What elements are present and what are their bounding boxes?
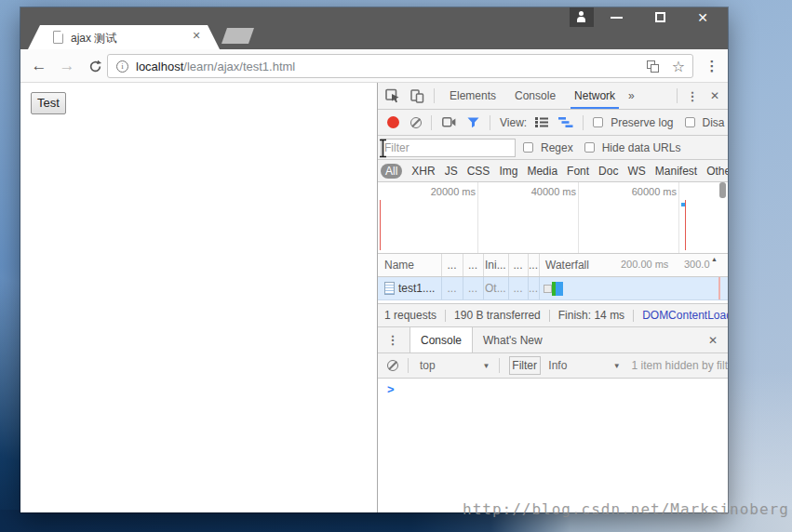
hide-data-urls-label: Hide data URLs — [602, 141, 681, 154]
window-close-button[interactable]: ✕ — [689, 7, 717, 27]
tab-close-button[interactable]: ✕ — [189, 30, 204, 42]
devtools-tabbar: Elements Console Network » ⋮ ✕ — [378, 83, 728, 110]
tab-strip: ajax 测试 ✕ — [20, 25, 728, 49]
page-info-icon[interactable]: i — [116, 60, 128, 73]
summary-finish: Finish: 14 ms — [558, 309, 624, 322]
type-filter-img[interactable]: Img — [499, 165, 517, 178]
hide-data-urls-checkbox[interactable] — [584, 142, 595, 153]
load-event-marker — [718, 277, 720, 299]
devtools-close-icon[interactable]: ✕ — [707, 89, 722, 102]
console-prompt-icon: > — [387, 382, 395, 396]
timeline-label: 20000 ms — [397, 186, 476, 197]
waterfall-view-icon[interactable] — [558, 115, 573, 130]
resource-type-filters: All XHR JS CSS Img Media Font Doc WS Man… — [378, 160, 728, 182]
disable-cache-checkbox[interactable] — [685, 117, 695, 127]
bookmark-star-icon[interactable]: ☆ — [672, 58, 685, 75]
waterfall-queueing-bar — [544, 285, 552, 293]
gridline — [678, 182, 679, 253]
network-summary-bar: 1 requests 190 B transferred Finish: 14 … — [378, 303, 728, 327]
inspect-element-icon[interactable] — [385, 88, 400, 103]
minimize-button[interactable] — [602, 7, 630, 27]
page-favicon-icon — [53, 31, 63, 44]
console-filter-input[interactable] — [509, 356, 541, 375]
record-button[interactable] — [387, 116, 399, 128]
request-name[interactable]: test1.... — [398, 282, 435, 295]
divider — [434, 88, 435, 103]
type-filter-font[interactable]: Font — [567, 165, 589, 178]
more-tabs-icon[interactable]: » — [624, 83, 638, 109]
request-row-selected[interactable]: test1.... ... ... Ot... ... ... — [378, 277, 728, 300]
network-filter-input[interactable] — [381, 139, 516, 157]
capture-screenshots-icon[interactable] — [441, 115, 456, 130]
gridline — [477, 182, 478, 253]
test-button[interactable]: Test — [31, 92, 66, 114]
context-select[interactable]: top ▼ — [420, 359, 490, 372]
translate-icon[interactable] — [647, 60, 659, 73]
divider — [431, 115, 432, 130]
type-filter-doc[interactable]: Doc — [598, 165, 618, 178]
browser-content: Test Elements Console Network » — [20, 83, 728, 512]
disable-cache-label: Disa — [703, 116, 725, 129]
devtools-menu-icon[interactable]: ⋮ — [685, 89, 700, 103]
load-event-marker — [685, 200, 686, 250]
refresh-button[interactable] — [84, 55, 106, 77]
tab-network[interactable]: Network — [565, 83, 624, 109]
list-view-icon[interactable] — [534, 115, 549, 130]
minimize-icon — [611, 17, 623, 19]
maximize-button[interactable] — [646, 7, 674, 27]
col-initiator[interactable]: Ini... — [485, 259, 506, 272]
type-filter-ws[interactable]: WS — [627, 165, 645, 178]
browser-titlebar: ✕ ajax 测试 ✕ — [20, 7, 728, 49]
request-dot — [681, 203, 685, 206]
back-button[interactable]: ← — [28, 55, 50, 77]
col-type[interactable]: ... — [463, 259, 483, 272]
context-value: top — [420, 359, 436, 372]
profile-button[interactable] — [570, 7, 594, 27]
col-status[interactable]: ... — [441, 259, 463, 272]
divider — [677, 88, 678, 103]
new-tab-button[interactable] — [221, 28, 254, 44]
request-time: ... — [528, 282, 539, 295]
drawer-close-icon[interactable]: ✕ — [705, 334, 720, 347]
type-filter-media[interactable]: Media — [527, 165, 557, 178]
clear-requests-icon[interactable] — [410, 117, 422, 128]
device-toolbar-icon[interactable] — [409, 88, 424, 103]
clear-console-icon[interactable] — [387, 360, 398, 371]
sort-ascending-icon[interactable]: ▲ — [711, 256, 718, 262]
filter-funnel-icon[interactable] — [465, 115, 480, 130]
type-filter-other[interactable]: Other — [706, 165, 728, 178]
forward-button[interactable]: → — [56, 55, 78, 77]
type-filter-xhr[interactable]: XHR — [411, 165, 435, 178]
network-overview-timeline[interactable]: 20000 ms 40000 ms 60000 ms — [378, 182, 728, 254]
tab-elements[interactable]: Elements — [440, 83, 505, 109]
browser-menu-button[interactable]: ⋮ — [703, 55, 721, 77]
type-filter-js[interactable]: JS — [445, 165, 458, 178]
document-icon — [384, 282, 395, 295]
divider — [408, 358, 409, 373]
url-path: /learn/ajax/test1.html — [183, 60, 295, 73]
drawer-tab-whats-new[interactable]: What's New — [473, 327, 553, 352]
tab-console[interactable]: Console — [505, 83, 565, 109]
drawer-menu-icon[interactable]: ⋮ — [385, 333, 400, 347]
col-waterfall[interactable]: Waterfall — [545, 259, 589, 272]
chevron-down-icon: ▼ — [613, 362, 621, 370]
preserve-log-checkbox[interactable] — [593, 117, 603, 127]
network-toolbar: View: Preserve log Disa — [378, 110, 728, 136]
type-filter-all[interactable]: All — [381, 164, 402, 179]
type-filter-css[interactable]: CSS — [467, 165, 490, 178]
drawer-tab-console[interactable]: Console — [409, 327, 473, 352]
col-size[interactable]: ... — [508, 259, 528, 272]
col-time[interactable]: ... — [528, 259, 539, 272]
browser-tab[interactable]: ajax 测试 ✕ — [28, 25, 220, 49]
regex-checkbox[interactable] — [523, 142, 533, 153]
chevron-down-icon: ▼ — [482, 362, 490, 370]
type-filter-manifest[interactable]: Manifest — [655, 165, 697, 178]
timeline-label: 60000 ms — [598, 186, 677, 197]
hidden-items-message: 1 item hidden by filt — [632, 359, 728, 372]
url-text: localhost/learn/ajax/test1.html — [136, 60, 295, 73]
scrollbar-thumb[interactable] — [719, 182, 726, 198]
view-label: View: — [500, 116, 527, 129]
address-bar[interactable]: i localhost/learn/ajax/test1.html ☆ — [107, 54, 693, 78]
log-level-select[interactable]: Info ▼ — [548, 359, 620, 372]
col-name[interactable]: Name — [384, 259, 414, 272]
